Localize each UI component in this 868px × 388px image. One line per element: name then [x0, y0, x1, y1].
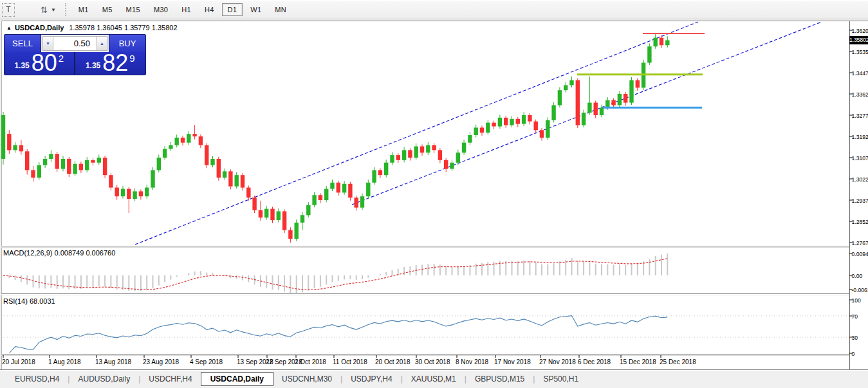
ask-price[interactable]: 1.35 82 9 [75, 52, 146, 75]
one-click-trading-panel: SELL ▼ 0.50 ▲ BUY 1.35 80 2 1.35 82 9 [4, 34, 146, 75]
candle-body [594, 103, 598, 115]
date-tick-label: 2 Oct 2018 [295, 358, 326, 365]
price-tick-label: 1.35350 [852, 49, 868, 55]
candle-body [7, 134, 11, 150]
candle-body [444, 160, 448, 169]
date-tick-label: 13 Aug 2018 [95, 358, 132, 365]
bid-price[interactable]: 1.35 80 2 [5, 52, 75, 75]
price-tick-label: 1.27675 [852, 240, 868, 246]
candle-body [342, 184, 346, 193]
ohlc-values: 1.35978 1.36045 1.35779 1.35802 [69, 24, 177, 32]
chart-tab-sp500[interactable]: SP500,H1 [535, 372, 587, 386]
candle-body [127, 189, 131, 199]
price-tick-label: 1.34475 [852, 70, 868, 77]
candle-body [384, 163, 388, 175]
candle-body [181, 138, 185, 143]
candle-body [37, 165, 41, 178]
candle-body [348, 184, 352, 198]
bid-pipette: 2 [59, 53, 64, 64]
price-tick-label: 1.36200 [852, 28, 868, 34]
candle-body [43, 159, 47, 165]
candle-body [277, 211, 281, 220]
candle-body [223, 171, 226, 178]
candle-body [228, 171, 232, 186]
date-tick-label: 11 Oct 2018 [333, 358, 367, 365]
candle-body [300, 215, 304, 223]
chart-tab-usdcnh[interactable]: USDCNH,M30 [273, 372, 340, 386]
candle-body [618, 94, 622, 105]
volume-decrease-button[interactable]: ▼ [42, 36, 53, 51]
volume-input[interactable]: 0.50 [53, 36, 97, 51]
candle-body [91, 160, 95, 163]
candle-body [486, 123, 490, 133]
mt4-window: T ⇅ ▼ M1M5M15M30H1H4D1W1MN 1.362001.3535… [0, 0, 868, 388]
candle-body [534, 122, 538, 131]
rsi-line [9, 316, 667, 353]
chart-tab-gbpusd[interactable]: GBPUSD,M15 [466, 372, 533, 386]
candle-body [647, 46, 651, 62]
candle-body [498, 118, 502, 127]
bid-big-digits: 80 [32, 53, 57, 73]
candle-body [504, 118, 508, 125]
candle-body [79, 164, 83, 171]
candle-body [366, 183, 370, 196]
candle-body [151, 170, 154, 187]
candle-body [109, 175, 113, 187]
candle-body [115, 188, 119, 197]
candle-body [264, 209, 268, 218]
chart-tab-eurusd[interactable]: EURUSD,H4 [6, 372, 68, 386]
candle-body [360, 196, 364, 207]
candle-body [67, 159, 71, 174]
candle-body [372, 170, 376, 182]
chart-tab-usdjpy[interactable]: USDJPY,H4 [342, 372, 400, 386]
candle-body [569, 80, 573, 86]
candle-body [402, 150, 406, 160]
candle-body [49, 154, 53, 159]
candle-body [660, 38, 663, 46]
candle-body [546, 120, 549, 138]
chart-tab-usdchf[interactable]: USDCHF,H4 [140, 372, 200, 386]
candle-body [246, 188, 250, 198]
price-tick-label: 1.31075 [852, 155, 868, 162]
date-tick-label: 30 Oct 2018 [415, 358, 450, 365]
candle-body [235, 175, 239, 186]
candle-body [665, 41, 669, 46]
candle-body [217, 159, 221, 178]
rsi-tick-label: 70 [852, 313, 858, 320]
candle-body [611, 100, 615, 106]
candle-body [19, 145, 23, 152]
candle-body [462, 143, 466, 153]
candle-body [587, 103, 591, 113]
candle-body [187, 134, 190, 143]
candle-body [582, 113, 586, 125]
candle-body [169, 145, 172, 149]
candle-body [355, 198, 358, 208]
chart-tab-audusd[interactable]: AUDUSD,Daily [69, 372, 138, 386]
candle-body [241, 175, 245, 187]
ask-prefix: 1.35 [86, 61, 100, 70]
ask-pipette: 9 [129, 53, 134, 64]
collapse-triangle-icon[interactable]: ▲ [6, 25, 12, 31]
candle-body [324, 189, 328, 200]
candle-body [390, 155, 394, 163]
chart-tab-usdcad[interactable]: USDCAD,Daily [201, 372, 273, 386]
rsi-tick-label: 0 [852, 351, 855, 357]
chart-tab-bar: EURUSD,H4|AUDUSD,Daily|USDCHF,H4USDCAD,D… [0, 371, 868, 387]
candle-body [270, 209, 274, 220]
symbol-label: USDCAD,Daily [15, 24, 64, 32]
candle-body [516, 119, 520, 124]
candle-body [312, 195, 316, 205]
channel-line-1 [135, 22, 698, 245]
candle-body [432, 145, 436, 151]
date-tick-label: 27 Nov 2018 [539, 358, 576, 365]
date-tick-label: 4 Sep 2018 [190, 358, 223, 365]
date-tick-label: 6 Dec 2018 [578, 358, 611, 365]
candle-body [450, 163, 454, 169]
candle-body [133, 191, 136, 199]
candle-body [175, 138, 179, 145]
candle-body [558, 90, 562, 105]
candle-body [426, 145, 430, 153]
candle-body [55, 154, 59, 169]
chart-tab-xauusd[interactable]: XAUUSD,M1 [403, 372, 465, 386]
volume-increase-button[interactable]: ▲ [97, 36, 107, 51]
